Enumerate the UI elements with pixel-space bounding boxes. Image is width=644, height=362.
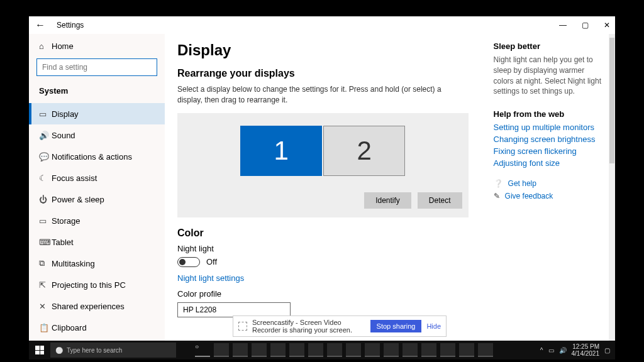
home-icon: ⌂ [39,41,52,51]
sleep-better-desc: Night light can help you get to sleep by… [494,55,602,97]
windows-icon [35,346,44,354]
home-label: Home [52,41,74,51]
hide-notification-button[interactable]: Hide [426,322,441,330]
taskbar-app[interactable] [308,343,323,357]
search-icon: ⚪ [55,347,63,354]
sidebar-item-clipboard[interactable]: 📋Clipboard [29,317,165,338]
taskbar-app[interactable] [327,343,342,357]
night-light-state: Off [206,257,217,266]
sidebar-item-storage[interactable]: ▭Storage [29,210,165,231]
sidebar-item-display[interactable]: ▭Display [29,103,165,124]
sidebar-item-label: Shared experiences [52,302,125,311]
monitor-1[interactable]: 1 [240,126,322,176]
start-button[interactable] [29,341,50,359]
sidebar-item-label: Focus assist [52,173,97,183]
clock[interactable]: 12:25 PM 4/14/2021 [572,343,600,357]
titlebar: ← Settings — ▢ ✕ [29,16,615,34]
taskbar-app[interactable] [214,343,229,357]
scrollbar[interactable] [609,34,615,343]
taskbar-search[interactable]: ⚪ Type here to search [50,343,176,358]
close-button[interactable]: ✕ [604,21,610,30]
sidebar-item-tablet[interactable]: ⌨Tablet [29,231,165,253]
screen-share-notification: Screencastify - Screen Video Recorder is… [233,315,447,337]
taskbar-app[interactable] [365,343,380,357]
nav-icon: ⧉ [39,258,52,268]
night-light-toggle[interactable] [177,257,200,267]
help-link[interactable]: Setting up multiple monitors [494,123,602,132]
identify-button[interactable]: Identify [364,192,411,209]
window-title: Settings [57,21,84,30]
taskbar-app[interactable] [440,343,455,357]
taskbar-app[interactable] [270,343,286,357]
nav-icon: ⌨ [39,238,52,247]
rearrange-heading: Rearrange your displays [177,68,469,79]
taskbar-app[interactable] [346,343,361,357]
taskbar-app[interactable] [289,343,304,357]
stop-sharing-button[interactable]: Stop sharing [370,320,422,332]
sidebar-item-label: Multitasking [52,259,95,268]
taskbar-app[interactable]: ○ [195,343,210,357]
taskbar-app[interactable] [421,343,436,357]
screencastify-icon [238,322,247,331]
taskbar-app[interactable] [384,343,399,357]
sidebar-item-label: Storage [52,216,80,226]
tray-monitors-icon[interactable]: ▭ [548,347,554,354]
nav-icon: ⇱ [39,280,52,290]
taskbar-app[interactable] [402,343,418,357]
back-button[interactable]: ← [34,19,47,31]
detect-button[interactable]: Detect [418,192,462,209]
help-icon: ❔ [494,179,503,188]
nav-icon: ▭ [39,109,52,119]
sidebar-item-shared-experiences[interactable]: ✕Shared experiences [29,295,165,317]
sidebar-item-projecting-to-this-pc[interactable]: ⇱Projecting to this PC [29,274,165,295]
color-profile-label: Color profile [177,289,469,299]
sidebar: ⌂ Home System ▭Display🔊Sound💬Notificatio… [29,34,165,343]
nav-icon: ✕ [39,302,52,311]
sidebar-item-label: Sound [52,131,75,140]
tray-volume-icon[interactable]: 🔊 [559,347,567,354]
taskbar-apps: ○ [195,343,493,357]
help-link[interactable]: Fixing screen flickering [494,146,602,156]
night-light-label: Night light [177,244,469,253]
nav-icon: 🔊 [39,131,52,140]
home-link[interactable]: ⌂ Home [29,36,165,56]
sidebar-item-power-sleep[interactable]: ⏻Power & sleep [29,189,165,210]
notification-text: Screencastify - Screen Video Recorder is… [252,319,365,334]
help-web-title: Help from the web [494,109,602,119]
taskbar-app[interactable] [233,343,248,357]
monitor-2[interactable]: 2 [323,126,405,176]
help-link[interactable]: Changing screen brightness [494,134,602,144]
sleep-better-title: Sleep better [494,41,602,51]
sidebar-item-notifications-actions[interactable]: 💬Notifications & actions [29,146,165,167]
taskbar-app[interactable] [459,343,474,357]
search-input[interactable] [36,58,157,76]
action-center-icon[interactable]: ▢ [604,347,610,354]
taskbar-app[interactable] [252,343,267,357]
taskbar-app[interactable] [478,343,493,357]
sidebar-item-label: Power & sleep [52,195,104,204]
color-heading: Color [177,228,469,239]
section-header: System [29,82,165,99]
page-title: Display [177,41,469,59]
display-arrangement: 1 2 Identify Detect [177,113,469,217]
color-profile-select[interactable]: HP L2208 [177,302,291,317]
nav-icon: 📋 [39,323,52,332]
sidebar-item-label: Tablet [52,238,74,247]
maximize-button[interactable]: ▢ [582,21,589,30]
sidebar-item-multitasking[interactable]: ⧉Multitasking [29,253,165,274]
rearrange-desc: Select a display below to change the set… [177,84,469,106]
nav-icon: 💬 [39,152,52,162]
night-light-settings-link[interactable]: Night light settings [177,273,469,283]
feedback-icon: ✎ [494,192,500,200]
content-area: Display Rearrange your displays Select a… [177,41,469,343]
help-link[interactable]: Adjusting font size [494,158,602,168]
get-help-link[interactable]: ❔ Get help [494,179,602,188]
sidebar-item-focus-assist[interactable]: ☾Focus assist [29,167,165,189]
give-feedback-link[interactable]: ✎ Give feedback [494,192,602,200]
minimize-button[interactable]: — [559,21,567,30]
nav-icon: ⏻ [39,195,52,204]
nav-icon: ▭ [39,216,52,226]
sidebar-item-label: Projecting to this PC [52,280,126,290]
tray-chevron-icon[interactable]: ^ [540,347,543,354]
sidebar-item-sound[interactable]: 🔊Sound [29,124,165,146]
